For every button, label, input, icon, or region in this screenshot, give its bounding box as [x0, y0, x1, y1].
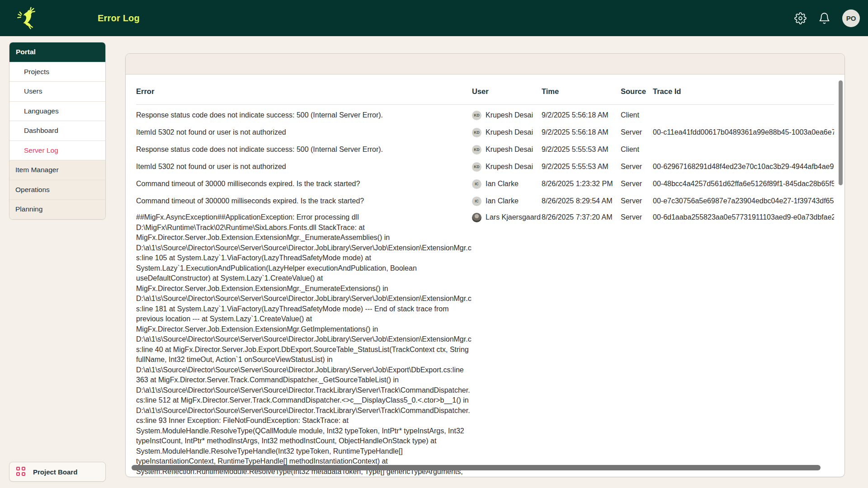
notifications-bell-icon[interactable]	[818, 12, 830, 24]
error-message: Response status code does not indicate s…	[136, 110, 472, 121]
error-message: ##MigFx.AsyncException##ApplicationExcep…	[136, 212, 472, 477]
user-cell: KD Krupesh Desai	[472, 162, 542, 172]
table-row[interactable]: Response status code does not indicate s…	[136, 107, 834, 124]
user-avatar: IC	[472, 197, 481, 206]
source-value: Client	[621, 110, 653, 121]
time-value: 9/2/2025 5:56:18 AM	[542, 110, 621, 121]
trace-id-value: 00-c11ea41fdd00617b0489361a99e88b45-1003…	[653, 127, 834, 138]
horizontal-scrollbar[interactable]	[132, 465, 837, 470]
user-cell: IC Ian Clarke	[472, 196, 542, 206]
column-header-user[interactable]: User	[472, 87, 542, 96]
user-name: Krupesh Desai	[486, 110, 533, 121]
sidebar-item-label: Item Manager	[15, 166, 59, 174]
time-value: 8/26/2025 7:37:20 AM	[542, 212, 621, 223]
user-avatar: KD	[472, 128, 481, 137]
error-message: ItemId 5302 not found or user is not aut…	[136, 127, 472, 138]
trace-id-value: 00-62967168291d48f4ed23e70c10ac3b29-4944…	[653, 162, 834, 172]
page-title: Error Log	[98, 13, 140, 23]
vertical-scrollbar-thumb[interactable]	[839, 80, 843, 185]
user-name: Ian Clarke	[486, 196, 519, 206]
error-message: Response status code does not indicate s…	[136, 145, 472, 155]
trace-id-value: 00-48bcc4a4257d561d62ffa6e5126f89f1-845d…	[653, 179, 834, 189]
error-message: Command timeout of 300000 milliseconds e…	[136, 196, 472, 206]
table-row[interactable]: ##MigFx.AsyncException##ApplicationExcep…	[136, 210, 834, 477]
app-root: Error Log PO PortalProjectsUsersLanguage…	[0, 0, 868, 488]
user-cell: KD Krupesh Desai	[472, 110, 542, 121]
sidebar-item-item-manager[interactable]: Item Manager	[9, 160, 105, 180]
top-bar: Error Log PO	[0, 0, 868, 36]
sidebar-item-label: Projects	[24, 68, 49, 76]
sidebar-item-portal[interactable]: Portal	[9, 42, 105, 62]
user-avatar: IC	[472, 179, 481, 189]
topbar-actions: PO	[794, 9, 868, 27]
user-cell: IC Ian Clarke	[472, 179, 542, 189]
user-avatar: KD	[472, 162, 481, 172]
user-cell: KD Krupesh Desai	[472, 127, 542, 138]
user-avatar: KD	[472, 145, 481, 155]
user-avatar-photo	[472, 213, 481, 222]
frog-logo-icon[interactable]	[14, 5, 38, 31]
sidebar-item-label: Portal	[16, 48, 36, 56]
table-row[interactable]: ItemId 5302 not found or user is not aut…	[136, 158, 834, 175]
time-value: 9/2/2025 5:56:18 AM	[542, 127, 621, 138]
table-header-row: Error User Time Source Trace Id	[136, 75, 834, 105]
trace-id-value: 00-e7c30756a5e6987e7a23904edbc04e27-1f39…	[653, 196, 834, 206]
user-name: Ian Clarke	[486, 179, 519, 189]
column-header-time[interactable]: Time	[542, 87, 621, 96]
user-cell: KD Krupesh Desai	[472, 145, 542, 155]
sidebar-item-planning[interactable]: Planning	[9, 200, 105, 219]
sidebar-item-label: Dashboard	[24, 127, 58, 135]
user-avatar[interactable]: PO	[842, 9, 860, 27]
table-row[interactable]: Command timeout of 300000 milliseconds e…	[136, 192, 834, 210]
sidebar-item-languages[interactable]: Languages	[9, 102, 105, 122]
sidebar-item-label: Operations	[15, 186, 50, 194]
user-name: Krupesh Desai	[486, 145, 533, 155]
error-log-table: Error User Time Source Trace Id Response…	[126, 75, 844, 477]
source-value: Server	[621, 212, 653, 223]
user-cell: Lars Kjaersgaard	[472, 212, 542, 223]
sidebar-nav: PortalProjectsUsersLanguagesDashboardSer…	[9, 42, 106, 220]
table-row[interactable]: ItemId 5302 not found or user is not aut…	[136, 124, 834, 141]
column-header-error[interactable]: Error	[136, 87, 472, 96]
table-row[interactable]: Command timeout of 30000 milliseconds ex…	[136, 175, 834, 192]
column-header-trace-id[interactable]: Trace Id	[653, 87, 834, 96]
project-board-button[interactable]: Project Board	[9, 462, 106, 482]
error-message: ItemId 5302 not found or user is not aut…	[136, 162, 472, 172]
grid-icon	[16, 467, 26, 477]
sidebar-item-label: Server Log	[24, 146, 58, 155]
table-row[interactable]: Response status code does not indicate s…	[136, 141, 834, 158]
time-value: 9/2/2025 5:55:53 AM	[542, 145, 621, 155]
sidebar-item-users[interactable]: Users	[9, 82, 105, 102]
source-value: Server	[621, 127, 653, 138]
sidebar-item-dashboard[interactable]: Dashboard	[9, 121, 105, 141]
user-avatar: KD	[472, 111, 481, 120]
user-name: Krupesh Desai	[486, 162, 533, 172]
source-value: Server	[621, 179, 653, 189]
error-message: Command timeout of 30000 milliseconds ex…	[136, 179, 472, 189]
time-value: 9/2/2025 5:55:53 AM	[542, 162, 621, 172]
settings-gear-icon[interactable]	[794, 12, 807, 24]
error-log-card: Error User Time Source Trace Id Response…	[125, 53, 845, 477]
horizontal-scrollbar-thumb[interactable]	[132, 465, 821, 470]
trace-id-value: 00-6d1aaba255823aa0e57731911103aed9-e0a7…	[653, 212, 834, 223]
time-value: 8/26/2025 1:23:32 PM	[542, 179, 621, 189]
sidebar-item-label: Languages	[24, 107, 59, 115]
time-value: 8/26/2025 8:29:54 AM	[542, 196, 621, 206]
user-name: Lars Kjaersgaard	[486, 212, 541, 223]
column-header-source[interactable]: Source	[621, 87, 653, 96]
sidebar-item-label: Users	[24, 87, 42, 95]
source-value: Server	[621, 162, 653, 172]
sidebar-item-server-log[interactable]: Server Log	[9, 141, 105, 161]
source-value: Client	[621, 145, 653, 155]
user-name: Krupesh Desai	[486, 127, 533, 138]
sidebar-item-operations[interactable]: Operations	[9, 180, 105, 200]
card-toolbar	[126, 54, 844, 75]
vertical-scrollbar[interactable]	[839, 79, 843, 472]
sidebar-item-label: Planning	[15, 205, 42, 213]
sidebar-item-projects[interactable]: Projects	[9, 62, 105, 82]
table-body: Response status code does not indicate s…	[136, 105, 834, 477]
project-board-label: Project Board	[33, 468, 77, 476]
source-value: Server	[621, 196, 653, 206]
